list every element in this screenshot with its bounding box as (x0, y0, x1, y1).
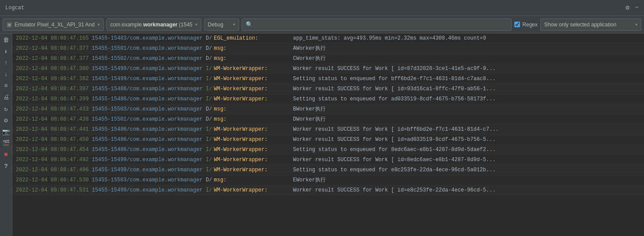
print-button[interactable]: 🖨 (1, 92, 11, 102)
search-box[interactable]: 🔍 (242, 18, 512, 31)
log-pid: 15455-15502/com.example.workmanager (92, 54, 206, 63)
log-timestamp: 2022-12-04 08:08:47.382 (16, 74, 92, 83)
log-tag: WM-WorkerWrapper: (214, 166, 293, 174)
log-pid: 15455-15486/com.example.workmanager (92, 125, 206, 134)
stop-button[interactable]: ■ (1, 150, 11, 159)
minimize-icon[interactable]: − (635, 4, 639, 11)
log-timestamp: 2022-12-04 08:08:47.377 (16, 44, 92, 53)
log-msg: DWorker执行 (293, 115, 640, 124)
log-pid: 15455-15486/com.example.workmanager (92, 135, 206, 144)
log-tag: msg: (214, 176, 293, 184)
log-level: I/ (206, 166, 212, 174)
log-level: I/ (206, 135, 212, 144)
log-pid: 15455-15486/com.example.workmanager (92, 95, 206, 103)
log-row: 2022-12-04 08:08:47.397 15455-15486/com.… (12, 84, 644, 94)
log-row: 2022-12-04 08:08:47.492 15455-15499/com.… (12, 155, 644, 165)
log-row: 2022-12-04 08:08:47.454 15455-15486/com.… (12, 145, 644, 155)
title-icons: ⚙ − (626, 4, 639, 12)
app-title: Logcat (5, 5, 24, 11)
app-dropdown-arrow: ▾ (195, 22, 197, 27)
log-pid: 15455-15486/com.example.workmanager (92, 85, 206, 93)
app-prefix: com.example.workmanager (1545 (110, 22, 193, 28)
log-timestamp: 2022-12-04 08:08:47.450 (16, 135, 92, 144)
show-app-label: Show only selected application (544, 22, 616, 28)
log-timestamp: 2022-12-04 08:08:47.531 (16, 186, 92, 195)
log-row: 2022-12-04 08:08:47.530 15455-15503/com.… (12, 175, 644, 185)
regex-checkbox[interactable] (514, 22, 520, 27)
regex-label-text: Regex (522, 22, 538, 28)
log-level: I/ (206, 64, 212, 73)
title-bar: Logcat ⚙ − (0, 0, 644, 16)
regex-label[interactable]: Regex (514, 22, 538, 28)
log-msg: AWorker执行 (293, 44, 640, 53)
log-tag: WM-WorkerWrapper: (214, 145, 293, 154)
log-pid: 15455-15499/com.example.workmanager (92, 74, 206, 83)
log-msg: Setting status to enqueued for 8edc6aec-… (293, 145, 640, 154)
device-dropdown[interactable]: ▣ Emulator Pixel_4_XL_API_31 And ▾ (3, 18, 104, 31)
log-timestamp: 2022-12-04 08:08:47.438 (16, 115, 92, 124)
log-pid: 15455-15499/com.example.workmanager (92, 166, 206, 174)
log-row: 2022-12-04 08:08:47.531 15455-15499/com.… (12, 185, 644, 195)
level-dropdown[interactable]: Debug ▾ (204, 18, 239, 31)
log-level: D/ (206, 54, 212, 63)
record-button[interactable]: 🎬 (1, 138, 11, 148)
app-dropdown[interactable]: com.example.workmanager (1545 ▾ (106, 18, 201, 31)
show-app-dropdown[interactable]: Show only selected application ▾ (540, 18, 641, 31)
log-msg: Worker result SUCCESS for Work [ id=ad03… (293, 135, 640, 144)
log-row: 2022-12-04 08:08:47.377 15455-15501/com.… (12, 44, 644, 54)
scroll-up-button[interactable]: ↑ (1, 58, 11, 68)
device-dropdown-arrow: ▾ (98, 22, 100, 27)
scroll-down-button[interactable]: ↓ (1, 70, 11, 79)
log-pid: 15455-15501/com.example.workmanager (92, 44, 206, 53)
log-level: I/ (206, 74, 212, 83)
log-pid: 15455-15486/com.example.workmanager (92, 145, 206, 154)
settings-button[interactable]: ⚙ (1, 115, 11, 125)
log-level: I/ (206, 145, 212, 154)
log-row: 2022-12-04 08:08:47.438 15455-15501/com.… (12, 114, 644, 125)
log-area: 2022-12-04 08:08:47.165 15455-15483/com.… (12, 33, 644, 236)
screenshot-button[interactable]: 📷 (1, 127, 11, 136)
log-timestamp: 2022-12-04 08:08:47.441 (16, 125, 92, 134)
toolbar: ▣ Emulator Pixel_4_XL_API_31 And ▾ com.e… (0, 16, 644, 33)
log-timestamp: 2022-12-04 08:08:47.496 (16, 166, 92, 174)
log-timestamp: 2022-12-04 08:08:47.380 (16, 64, 92, 73)
log-msg: Worker result SUCCESS for Work [ id=87d3… (293, 64, 640, 73)
log-row: 2022-12-04 08:08:47.382 15455-15499/com.… (12, 74, 644, 84)
clear-logcat-button[interactable]: 🗑 (1, 35, 11, 45)
settings-title-icon[interactable]: ⚙ (626, 4, 629, 12)
log-row: 2022-12-04 08:08:47.165 15455-15483/com.… (12, 33, 644, 44)
log-tag: WM-WorkerWrapper: (214, 64, 293, 73)
log-row: 2022-12-04 08:08:47.380 15455-15499/com.… (12, 64, 644, 74)
log-msg: app_time_stats: avg=493.95ms min=2.32ms … (293, 34, 640, 43)
log-msg: CWorker执行 (293, 54, 640, 63)
log-pid: 15455-15499/com.example.workmanager (92, 64, 206, 73)
log-pid: 15455-15499/com.example.workmanager (92, 155, 206, 164)
soft-wrap-button[interactable]: ≡ (1, 81, 11, 91)
log-msg: Worker result SUCCESS for Work [ id=93d1… (293, 85, 640, 93)
log-msg: EWorker执行 (293, 176, 640, 184)
device-icon: ▣ (7, 21, 12, 28)
help-button[interactable]: ? (1, 161, 11, 171)
log-level: D/ (206, 34, 212, 43)
log-msg: Worker result SUCCESS for Work [ id=e8c2… (293, 186, 640, 195)
show-app-dropdown-arrow: ▾ (635, 22, 637, 27)
search-icon: 🔍 (246, 21, 253, 28)
log-row: 2022-12-04 08:08:47.441 15455-15486/com.… (12, 125, 644, 135)
log-level: I/ (206, 95, 212, 103)
log-timestamp: 2022-12-04 08:08:47.377 (16, 54, 92, 63)
search-input[interactable] (255, 22, 508, 28)
log-timestamp: 2022-12-04 08:08:47.165 (16, 34, 92, 43)
log-pid: 15455-15501/com.example.workmanager (92, 115, 206, 124)
log-msg: BWorker执行 (293, 105, 640, 114)
log-tag: msg: (214, 105, 293, 114)
log-msg: Setting status to enqueued for e8c253fe-… (293, 166, 640, 174)
log-tag: WM-WorkerWrapper: (214, 85, 293, 93)
log-level: D/ (206, 105, 212, 114)
log-timestamp: 2022-12-04 08:08:47.492 (16, 155, 92, 164)
restart-button[interactable]: ↻ (1, 104, 11, 114)
log-tag: WM-WorkerWrapper: (214, 135, 293, 144)
log-pid: 15455-15499/com.example.workmanager (92, 186, 206, 195)
log-msg: Setting status to enqueued for bff6bd2e-… (293, 74, 640, 83)
log-tag: WM-WorkerWrapper: (214, 186, 293, 195)
scroll-to-end-button[interactable]: ⬇ (1, 47, 11, 56)
